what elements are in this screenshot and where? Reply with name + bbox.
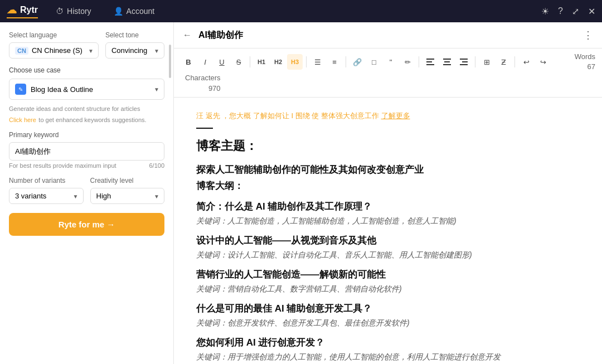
em-dash-decoration: [196, 128, 213, 129]
variants-row: Number of variants 3 variants ▼ Creativi…: [9, 177, 164, 204]
words-label: Words: [575, 52, 595, 61]
clear-format-button[interactable]: Ƶ: [496, 54, 511, 70]
tone-select[interactable]: Convincing ▼: [105, 42, 164, 59]
tone-label: Select tone: [105, 31, 164, 39]
align-left-button[interactable]: [423, 54, 438, 70]
section-3: 什么是可用的最佳 AI 辅助创意开发工具？ 关键词：创意开发软件、创意开发工具包…: [196, 302, 580, 328]
keyword-hint-row: For best results provide maximum input 6…: [9, 162, 164, 169]
bullet-list-button[interactable]: ☰: [310, 54, 326, 70]
ordered-list-button[interactable]: ≡: [327, 54, 342, 70]
redo-button[interactable]: ↪: [535, 54, 551, 70]
nav-history[interactable]: ⏱ History: [51, 4, 96, 18]
help-icon[interactable]: ?: [558, 6, 563, 16]
content-area: ← AI辅助创作 ⋮ B I U S H1 H2 H3 ☰ ≡ 🔗 □ " ✏: [174, 22, 602, 364]
creativity-col: Creativity level High ▼: [90, 177, 165, 204]
characters-label: Characters: [185, 74, 221, 82]
section-2-title: 营销行业的人工智能创造——解锁新的可能性: [196, 268, 580, 281]
creativity-label: Creativity level: [90, 177, 165, 185]
editor-content[interactable]: 汪 返先 ，您大概 了解如何让 I 围绕 使 整体强大创意工作 了解更多 博客主…: [174, 98, 602, 364]
link-button[interactable]: 🔗: [349, 54, 365, 70]
generated-prefix: 汪 返先 ，您大概 了解如何让 I 围绕 使 整体强大创意工作: [196, 111, 379, 120]
section-0: 简介：什么是 AI 辅助创作及其工作原理？ 关键词：人工智能创造，人工智能辅助创…: [196, 200, 580, 226]
undo-button[interactable]: ↩: [518, 54, 534, 70]
svg-rect-3: [443, 59, 451, 60]
more-options-button[interactable]: ⋮: [583, 29, 593, 41]
words-count: 67: [588, 62, 595, 71]
highlight-button[interactable]: ✏: [400, 54, 415, 70]
section-0-title: 简介：什么是 AI 辅助创作及其工作原理？: [196, 200, 580, 213]
language-value: CN Chinese (S): [32, 46, 82, 55]
language-select[interactable]: CN CN Chinese (S) ▼: [9, 42, 99, 59]
variants-arrow-icon: ▼: [73, 193, 79, 199]
svg-rect-1: [426, 61, 432, 62]
toolbar-divider-1: [250, 56, 250, 67]
toolbar-divider-6: [514, 56, 515, 67]
svg-rect-0: [426, 59, 434, 60]
section-2: 营销行业的人工智能创造——解锁新的可能性 关键词：营销自动化工具、数字营销工具、…: [196, 268, 580, 294]
svg-rect-8: [460, 64, 468, 65]
creativity-select[interactable]: High ▼: [90, 188, 165, 204]
underline-button[interactable]: U: [214, 54, 230, 70]
strikethrough-button[interactable]: S: [231, 54, 246, 70]
ryte-button[interactable]: Ryte for me →: [9, 213, 164, 236]
language-arrow-icon: ▼: [88, 47, 94, 54]
variants-col: Number of variants 3 variants ▼: [9, 177, 84, 204]
section-0-keywords: 关键词：人工智能创造，人工智能辅助创造，人工智能创造，创意人工智能): [196, 216, 580, 226]
section-4: 您如何利用 AI 进行创意开发？ 关键词：用于增强创造力的人工智能，使用人工智能…: [196, 336, 580, 362]
logo-icon: ☁: [7, 4, 17, 16]
align-right-button[interactable]: [456, 54, 472, 70]
use-case-value: Blog Idea & Outline: [31, 85, 93, 94]
section-3-keywords: 关键词：创意开发软件、创意开发工具包、最佳创意开发软件): [196, 318, 580, 328]
back-button[interactable]: ←: [183, 30, 192, 40]
h3-button[interactable]: H3: [287, 54, 303, 70]
helper-text: Generate ideas and content structure for…: [9, 105, 164, 112]
quote-button[interactable]: ": [383, 54, 399, 70]
section-1-keywords: 关键词：设计人工智能、设计自动化工具、音乐人工智能、用人工智能创建图形): [196, 250, 580, 260]
nav-right: ☀ ? ⤢ ✕: [541, 6, 595, 17]
keyword-input[interactable]: [9, 142, 164, 161]
h2-button[interactable]: H2: [270, 54, 286, 70]
h1-button[interactable]: H1: [254, 54, 269, 70]
words-row: Words 67: [575, 52, 595, 72]
click-here-link[interactable]: Click here: [9, 117, 36, 123]
language-col: Select language CN CN Chinese (S) ▼: [9, 31, 99, 59]
toolbar-divider-3: [346, 56, 346, 67]
content-header: ← AI辅助创作 ⋮: [174, 22, 602, 48]
logo[interactable]: ☁ Rytr: [7, 4, 38, 18]
language-label: Select language: [9, 31, 99, 39]
learn-more-link[interactable]: 了解更多: [381, 111, 410, 120]
section-3-title: 什么是可用的最佳 AI 辅助创意开发工具？: [196, 302, 580, 315]
tone-arrow-icon: ▼: [154, 47, 159, 54]
scroll-indicator: [169, 45, 171, 78]
toolbar-divider-4: [419, 56, 419, 67]
section-4-title: 您如何利用 AI 进行创意开发？: [196, 336, 580, 349]
italic-button[interactable]: I: [197, 54, 213, 70]
section-2-keywords: 关键词：营销自动化工具、数字营销工具、营销自动化软件): [196, 284, 580, 294]
outline-label: 博客大纲：: [196, 179, 580, 192]
click-here-row: Click here to get enhanced keywords sugg…: [9, 114, 164, 124]
svg-rect-7: [462, 61, 468, 62]
brightness-icon[interactable]: ☀: [541, 6, 549, 17]
table-button[interactable]: ⊞: [479, 54, 494, 70]
sidebar: Select language CN CN Chinese (S) ▼ Sele…: [0, 22, 174, 364]
cn-flag: CN: [15, 47, 28, 55]
generated-text: 汪 返先 ，您大概 了解如何让 I 围绕 使 整体强大创意工作 了解更多: [196, 111, 580, 121]
tone-value: Convincing: [111, 46, 147, 55]
tone-col: Select tone Convincing ▼: [105, 31, 164, 59]
variants-select[interactable]: 3 variants ▼: [9, 188, 84, 204]
align-center-button[interactable]: [439, 54, 455, 70]
nav-account[interactable]: 👤 Account: [109, 4, 159, 18]
close-icon[interactable]: ✕: [588, 6, 595, 17]
word-count-display: Words 67: [575, 52, 595, 72]
external-link-icon[interactable]: ⤢: [572, 6, 579, 17]
svg-rect-4: [444, 61, 450, 62]
use-case-label: Choose use case: [9, 66, 164, 74]
bold-button[interactable]: B: [181, 54, 196, 70]
use-case-select[interactable]: ✎ Blog Idea & Outline ▼: [9, 79, 164, 100]
blog-title: 探索人工智能辅助创作的可能性及其如何改变创意产业: [196, 163, 580, 176]
image-button[interactable]: □: [366, 54, 382, 70]
keyword-count: 6/100: [149, 162, 164, 169]
account-label: Account: [127, 7, 155, 16]
history-label: History: [67, 7, 91, 16]
use-case-arrow-icon: ▼: [154, 86, 159, 93]
